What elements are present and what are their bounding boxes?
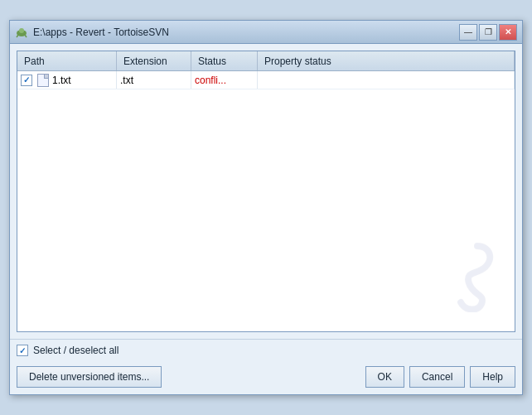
title-buttons: — ❐ ✕ bbox=[459, 24, 517, 41]
column-header-property-status: Property status bbox=[258, 51, 515, 70]
ok-button[interactable]: OK bbox=[365, 366, 404, 388]
svg-point-1 bbox=[19, 28, 24, 33]
close-button[interactable]: ✕ bbox=[499, 24, 517, 41]
content-area: Path Extension Status Property status 1.… bbox=[10, 44, 522, 339]
title-bar-left: E:\apps - Revert - TortoiseSVN bbox=[15, 26, 169, 39]
button-bar: Delete unversioned items... OK Cancel He… bbox=[10, 361, 522, 394]
svg-line-2 bbox=[17, 35, 18, 37]
help-button[interactable]: Help bbox=[470, 366, 515, 388]
cancel-button[interactable]: Cancel bbox=[409, 366, 465, 388]
restore-button[interactable]: ❐ bbox=[479, 24, 497, 41]
window-title: E:\apps - Revert - TortoiseSVN bbox=[33, 27, 169, 38]
cell-path-text: 1.txt bbox=[52, 75, 71, 86]
table-header: Path Extension Status Property status bbox=[17, 51, 515, 71]
select-all-label: Select / deselect all bbox=[33, 345, 118, 356]
delete-unversioned-button[interactable]: Delete unversioned items... bbox=[17, 366, 162, 388]
app-icon bbox=[15, 26, 28, 39]
watermark bbox=[432, 238, 498, 315]
cell-status: confli... bbox=[191, 71, 258, 89]
cell-path: 1.txt bbox=[17, 71, 117, 89]
cell-property-status bbox=[258, 71, 515, 89]
select-all-checkbox[interactable] bbox=[17, 345, 28, 356]
select-all-bar: Select / deselect all bbox=[10, 339, 522, 361]
column-header-path: Path bbox=[17, 51, 117, 70]
title-bar: E:\apps - Revert - TortoiseSVN — ❐ ✕ bbox=[10, 21, 522, 44]
cell-extension: .txt bbox=[117, 71, 191, 89]
table-row[interactable]: 1.txt .txt confli... bbox=[17, 71, 515, 89]
row-checkbox[interactable] bbox=[21, 75, 32, 86]
column-header-status: Status bbox=[191, 51, 258, 70]
file-table: Path Extension Status Property status 1.… bbox=[17, 51, 515, 332]
file-icon bbox=[37, 74, 49, 87]
main-window: E:\apps - Revert - TortoiseSVN — ❐ ✕ Pat… bbox=[9, 20, 523, 395]
column-header-extension: Extension bbox=[117, 51, 191, 70]
minimize-button[interactable]: — bbox=[459, 24, 477, 41]
svg-line-3 bbox=[25, 35, 27, 37]
